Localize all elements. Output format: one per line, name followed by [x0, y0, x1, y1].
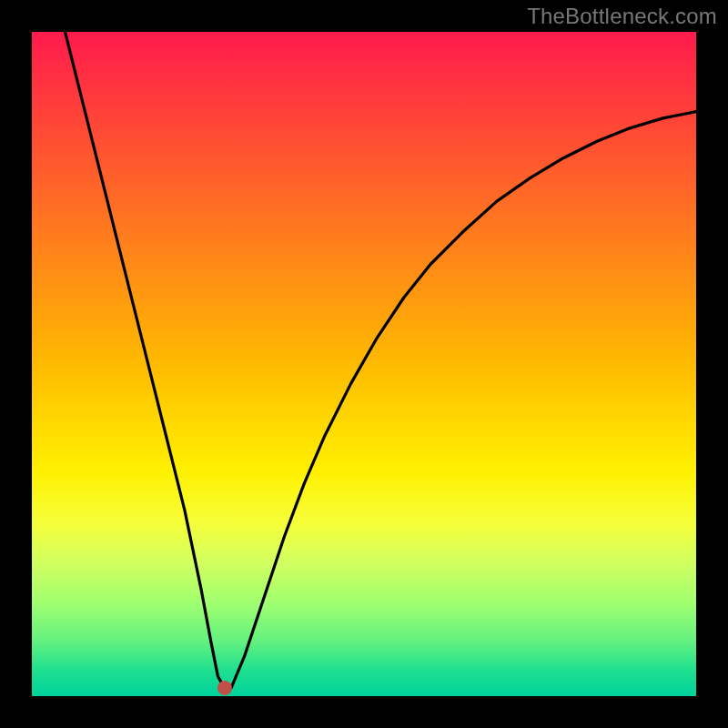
chart-frame: TheBottleneck.com [0, 0, 728, 728]
watermark-text: TheBottleneck.com [527, 4, 717, 29]
minimum-marker [217, 681, 232, 695]
curve-svg [32, 32, 696, 696]
bottleneck-curve [66, 32, 697, 688]
plot-area [32, 32, 696, 696]
